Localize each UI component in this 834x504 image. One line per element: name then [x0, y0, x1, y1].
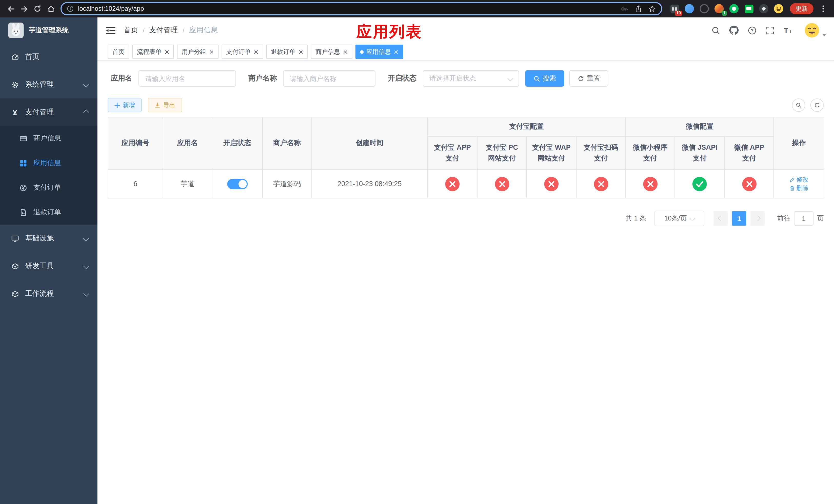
wx-app-status-icon: [742, 177, 756, 191]
sidebar-item-label: 退款订单: [33, 208, 61, 217]
share-icon[interactable]: [635, 5, 642, 13]
extension-pin-icon[interactable]: [759, 4, 769, 14]
alipay-wap-status-icon: [544, 177, 558, 191]
app-logo: 芋道管理系统: [0, 18, 97, 43]
payment-icon: ¥: [10, 109, 20, 116]
cell-created: 2021-10-23 08:49:25: [312, 169, 427, 198]
export-button[interactable]: 导出: [148, 98, 182, 112]
chevron-down-icon: [83, 82, 89, 88]
font-size-icon[interactable]: TT: [784, 26, 794, 35]
site-info-icon[interactable]: [67, 5, 74, 12]
forward-icon[interactable]: [18, 2, 31, 15]
app-name-input[interactable]: [138, 70, 236, 87]
sidebar-fold-icon[interactable]: [106, 26, 115, 35]
breadcrumb-home[interactable]: 首页: [124, 26, 138, 35]
col-wx-mini: 微信小程序支付: [626, 137, 675, 169]
tab-pay-order[interactable]: 支付订单: [222, 45, 263, 59]
extension-emoji-icon[interactable]: [773, 4, 784, 14]
sidebar-item-label: 研发工具: [25, 261, 54, 271]
sidebar-item-app-info[interactable]: 应用信息: [0, 151, 97, 175]
merchant-name-input[interactable]: [283, 70, 375, 87]
extension-scripts-icon[interactable]: 10: [670, 4, 680, 14]
browser-update-button[interactable]: 更新: [790, 3, 813, 14]
extension-avatar-icon[interactable]: 1: [714, 4, 724, 14]
tab-process-form[interactable]: 流程表单: [132, 45, 174, 59]
sidebar-item-label: 商户信息: [33, 134, 61, 143]
page-number-current[interactable]: 1: [732, 211, 746, 226]
enabled-toggle[interactable]: [227, 179, 247, 189]
status-label: 开启状态: [388, 74, 416, 83]
browser-extensions: 10 1: [670, 4, 784, 14]
extension-chat-icon[interactable]: [744, 4, 754, 14]
extension-badge: 10: [675, 11, 682, 16]
extension-badge: 1: [722, 11, 727, 16]
tab-home[interactable]: 首页: [108, 45, 129, 59]
search-button[interactable]: 搜索: [525, 70, 564, 87]
help-icon[interactable]: ?: [748, 26, 756, 35]
sidebar-item-merchant-info[interactable]: 商户信息: [0, 126, 97, 151]
edit-button[interactable]: 修改: [789, 175, 809, 184]
col-group-wechat: 微信配置: [626, 117, 774, 137]
breadcrumb-separator: /: [182, 26, 185, 35]
content: 应用编号 应用名 开启状态 商户名称 创建时间 支付宝配置 微信配置 操作 支付…: [97, 117, 834, 226]
extension-dark-ring-icon[interactable]: [699, 4, 709, 14]
back-icon[interactable]: [4, 2, 18, 15]
user-avatar[interactable]: [804, 23, 826, 38]
close-icon[interactable]: [343, 49, 348, 54]
extension-blue-icon[interactable]: [684, 4, 695, 14]
toolbox-icon: [10, 262, 20, 270]
browser-menu-icon[interactable]: [816, 2, 830, 15]
sidebar-item-pay-order[interactable]: 支付订单: [0, 175, 97, 200]
close-icon[interactable]: [209, 49, 214, 54]
sidebar-item-label: 首页: [25, 52, 40, 62]
github-icon[interactable]: [729, 26, 739, 35]
sidebar-item-home[interactable]: 首页: [0, 43, 97, 71]
cell-actions: 修改 删除: [774, 169, 824, 198]
logo-avatar: [8, 23, 24, 38]
url-text: localhost:1024/pay/app: [78, 5, 144, 12]
goto-page-input[interactable]: [794, 211, 813, 226]
col-status: 开启状态: [212, 117, 262, 169]
pay-order-icon: [19, 184, 28, 191]
prev-page-button[interactable]: [714, 211, 728, 226]
sidebar-item-payment[interactable]: ¥ 支付管理: [0, 98, 97, 126]
col-alipay-wap: 支付宝 WAP 网站支付: [527, 137, 576, 169]
refresh-table-icon[interactable]: [810, 98, 824, 112]
app-header: 首页 / 支付管理 / 应用信息 应用列表 ? TT: [97, 18, 834, 43]
extension-wechat-icon[interactable]: [729, 4, 739, 14]
bookmark-star-icon[interactable]: [648, 5, 656, 13]
toggle-search-icon[interactable]: [792, 98, 805, 112]
tab-app-info[interactable]: 应用信息: [355, 45, 403, 59]
reset-button[interactable]: 重置: [569, 70, 608, 87]
close-icon[interactable]: [254, 49, 259, 54]
sidebar-item-workflow[interactable]: 工作流程: [0, 280, 97, 307]
add-button[interactable]: 新增: [108, 98, 141, 112]
home-icon[interactable]: [44, 2, 58, 15]
tab-merchant-info[interactable]: 商户信息: [311, 45, 352, 59]
next-page-button[interactable]: [750, 211, 765, 226]
col-actions: 操作: [774, 117, 824, 169]
sidebar-item-infrastructure[interactable]: 基础设施: [0, 225, 97, 252]
close-icon[interactable]: [299, 49, 303, 54]
url-bar[interactable]: localhost:1024/pay/app: [61, 2, 662, 15]
header-search-icon[interactable]: [711, 26, 720, 35]
fullscreen-icon[interactable]: [766, 26, 774, 35]
col-merchant: 商户名称: [262, 117, 312, 169]
cell-merchant: 芋道源码: [262, 169, 312, 198]
delete-button[interactable]: 删除: [789, 184, 809, 192]
tab-refund-order[interactable]: 退款订单: [266, 45, 308, 59]
close-icon[interactable]: [394, 49, 398, 54]
status-select[interactable]: 请选择开启状态: [423, 70, 519, 87]
close-icon[interactable]: [164, 49, 169, 54]
sidebar-item-refund-order[interactable]: 退款订单: [0, 200, 97, 225]
cell-status: [212, 169, 262, 198]
reload-icon[interactable]: [31, 2, 44, 15]
sidebar-item-system[interactable]: 系统管理: [0, 71, 97, 98]
sidebar-item-label: 应用信息: [33, 158, 61, 168]
sidebar-item-devtools[interactable]: 研发工具: [0, 252, 97, 280]
page-size-select[interactable]: 10条/页: [655, 211, 704, 226]
credit-card-icon: [19, 135, 28, 142]
tab-user-group[interactable]: 用户分组: [177, 45, 219, 59]
password-key-icon[interactable]: [621, 5, 628, 13]
tabs-bar: 首页 流程表单 用户分组 支付订单 退款订单 商户信息: [97, 43, 834, 61]
